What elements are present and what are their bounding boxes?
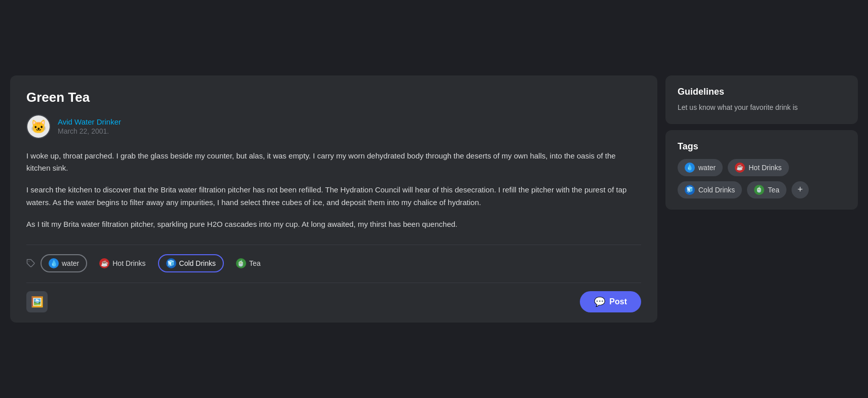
guidelines-card: Guidelines Let us know what your favorit… bbox=[665, 75, 858, 124]
tag-water[interactable]: 💧 water bbox=[41, 254, 87, 272]
author-name[interactable]: Avid Water Drinker bbox=[58, 117, 121, 126]
guidelines-title: Guidelines bbox=[678, 87, 846, 97]
avatar: 🐱 bbox=[26, 114, 51, 139]
post-body: I woke up, throat parched. I grab the gl… bbox=[26, 150, 641, 231]
tea-icon: 🍵 bbox=[236, 258, 246, 268]
tags-row: 💧 water ☕ Hot Drinks 🧊 Cold Drinks 🍵 Tea bbox=[26, 245, 641, 272]
plus-icon: + bbox=[798, 184, 803, 195]
body-paragraph-3: As I tilt my Brita water filtration pitc… bbox=[26, 218, 641, 231]
sidebar-tag-tea-label: Tea bbox=[768, 186, 779, 194]
sidebar-tag-water[interactable]: 💧 water bbox=[678, 159, 723, 176]
main-card: Green Tea 🐱 Avid Water Drinker March 22,… bbox=[10, 75, 657, 323]
tags-label-icon bbox=[26, 259, 35, 268]
add-image-button[interactable]: 🖼️ bbox=[26, 291, 48, 312]
tag-water-label: water bbox=[62, 259, 79, 267]
author-info: Avid Water Drinker March 22, 2001. bbox=[58, 117, 121, 135]
sidebar: Guidelines Let us know what your favorit… bbox=[665, 75, 858, 323]
tag-tea-label: Tea bbox=[249, 259, 261, 267]
sidebar-tag-cold-drinks-label: Cold Drinks bbox=[698, 186, 735, 194]
author-date: March 22, 2001. bbox=[58, 127, 121, 135]
sidebar-cold-drinks-icon: 🧊 bbox=[685, 185, 695, 195]
sidebar-tag-water-label: water bbox=[698, 164, 716, 172]
tag-tea[interactable]: 🍵 Tea bbox=[229, 255, 268, 271]
sidebar-tea-icon: 🍵 bbox=[754, 185, 764, 195]
hot-drinks-icon: ☕ bbox=[99, 258, 109, 268]
post-button[interactable]: 💬 Post bbox=[580, 291, 641, 312]
tag-hot-drinks-label: Hot Drinks bbox=[112, 259, 145, 267]
body-paragraph-1: I woke up, throat parched. I grab the gl… bbox=[26, 150, 641, 175]
sidebar-tags-list: 💧 water ☕ Hot Drinks 🧊 Cold Drinks 🍵 Tea bbox=[678, 159, 846, 198]
tags-title: Tags bbox=[678, 141, 846, 152]
add-image-icon: 🖼️ bbox=[31, 296, 44, 308]
tags-card: Tags 💧 water ☕ Hot Drinks 🧊 Cold Drinks bbox=[665, 130, 858, 210]
bottom-bar: 🖼️ 💬 Post bbox=[26, 283, 641, 312]
sidebar-tag-hot-drinks[interactable]: ☕ Hot Drinks bbox=[728, 159, 788, 176]
add-tag-button[interactable]: + bbox=[792, 181, 809, 198]
sidebar-tag-hot-drinks-label: Hot Drinks bbox=[748, 164, 781, 172]
water-icon: 💧 bbox=[49, 258, 59, 268]
cold-drinks-icon: 🧊 bbox=[166, 258, 176, 268]
body-paragraph-2: I search the kitchen to discover that th… bbox=[26, 184, 641, 209]
post-icon: 💬 bbox=[594, 296, 605, 307]
guidelines-description: Let us know what your favorite drink is bbox=[678, 102, 846, 113]
sidebar-water-icon: 💧 bbox=[685, 163, 695, 173]
avatar-face: 🐱 bbox=[27, 115, 50, 138]
sidebar-tag-cold-drinks[interactable]: 🧊 Cold Drinks bbox=[678, 181, 742, 198]
tag-cold-drinks-label: Cold Drinks bbox=[179, 259, 216, 267]
post-button-label: Post bbox=[609, 297, 627, 306]
page-layout: Green Tea 🐱 Avid Water Drinker March 22,… bbox=[10, 75, 858, 323]
tag-cold-drinks[interactable]: 🧊 Cold Drinks bbox=[158, 254, 224, 272]
sidebar-tag-tea[interactable]: 🍵 Tea bbox=[747, 181, 786, 198]
author-row: 🐱 Avid Water Drinker March 22, 2001. bbox=[26, 114, 641, 139]
post-title: Green Tea bbox=[26, 90, 641, 105]
sidebar-hot-drinks-icon: ☕ bbox=[735, 163, 745, 173]
tag-hot-drinks[interactable]: ☕ Hot Drinks bbox=[92, 255, 152, 271]
